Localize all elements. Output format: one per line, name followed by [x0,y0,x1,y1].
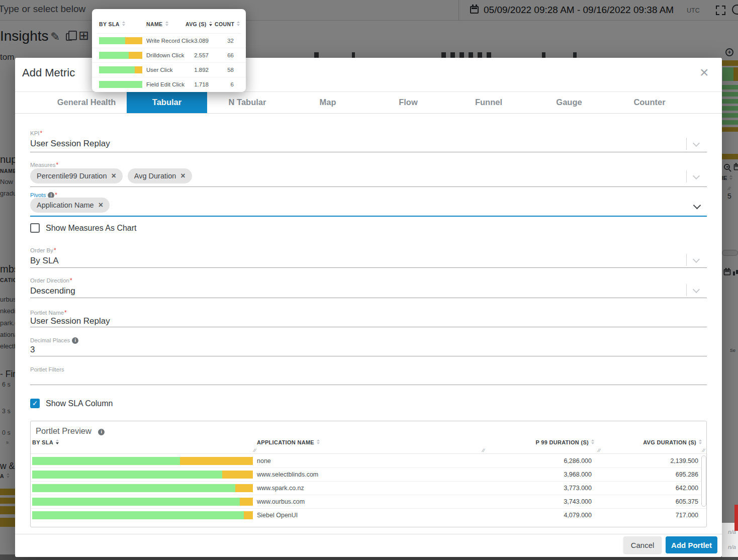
measures-field[interactable]: Measures Percentile99 Duration×Avg Durat… [30,161,707,192]
checkbox-checked[interactable]: ✓ [30,399,40,408]
popup-header-name[interactable]: NAME [146,21,169,27]
sla-bar-yellow [135,66,142,73]
application-name: Siebel OpenUI [257,512,298,519]
bg-red-fragment [734,505,738,531]
divider [15,534,722,534]
sort-icon [237,21,240,26]
sla-bar [32,511,253,519]
field-underline [30,327,707,327]
avg-value: 3.089 [177,38,209,44]
preview-scrollbar[interactable] [701,455,706,507]
portlet-name-field[interactable]: Portlet Name User Session Replay [30,309,707,334]
chevron-down-icon[interactable] [693,172,700,179]
sla-bar [32,471,253,479]
popup-table-body: Write Record Click3.08932Drilldown Click… [92,34,246,92]
decimal-places-value: 3 [30,345,35,355]
checkbox-unchecked[interactable] [30,223,40,233]
chevron-down-icon[interactable] [693,286,700,293]
pivot-chip-label: Application Name [37,201,94,209]
decimal-places-field[interactable]: Decimal Placesi 3 [30,337,707,363]
preview-table-row: www.selectblinds.com3,968.000695.286 [31,468,706,482]
tab-n-tabular[interactable]: N Tabular [207,91,288,113]
sort-icon [209,21,213,26]
tab-flow[interactable]: Flow [368,91,448,113]
count-value: 6 [211,81,234,87]
portlet-name-value: User Session Replay [30,316,110,326]
count-value: 66 [211,52,234,58]
divider [686,138,687,150]
popup-header-avg[interactable]: AVG (S) [186,21,213,27]
close-icon[interactable]: × [700,65,709,80]
order-by-field[interactable]: Order By By SLA [30,247,707,275]
sort-icon [699,439,702,444]
sort-icon [165,21,169,26]
sort-icon [591,439,595,444]
cancel-button[interactable]: Cancel [623,536,662,553]
tab-general-health[interactable]: General Health [46,91,127,113]
sla-bar-yellow [235,484,253,492]
sla-bar-green [99,37,125,44]
p99-duration-value: 6,286.000 [564,457,592,464]
avg-duration-value: 717.000 [676,512,698,519]
chip-remove-icon[interactable]: × [111,171,116,180]
preview-header-avg-duration[interactable]: AVG DURATION (S) [643,439,702,445]
avg-duration-value: 695.286 [676,471,698,478]
chevron-down-icon[interactable] [693,256,700,263]
sla-metrics-popup: BY SLA NAME AVG (S) COUNT Write Record C… [92,9,246,92]
sort-icon [56,439,59,444]
sla-bar-yellow [222,471,253,479]
sla-bar-green [32,498,240,506]
measure-chip[interactable]: Percentile99 Duration× [30,168,123,183]
sla-bar-yellow [240,498,253,506]
sla-bar-green [99,81,142,88]
preview-table-body: none6,286.0002,139.500www.selectblinds.c… [31,454,706,522]
preview-table-row: www.ourbus.com3,743.000605.375 [31,495,706,509]
add-portlet-button[interactable]: Add Portlet [666,536,717,553]
column-resize-handle[interactable]: // [597,448,601,453]
sla-bar-yellow [129,52,142,59]
order-direction-field[interactable]: Order Direction Descending [30,277,707,305]
portlet-filters-field[interactable]: Portlet Filters [30,366,707,392]
sla-bar [32,484,253,492]
add-metric-modal: Add Metric × General HealthTabularN Tabu… [15,58,722,557]
avg-duration-value: 605.375 [676,498,698,505]
column-resize-handle[interactable]: // [481,448,485,453]
kpi-field[interactable]: KPI User Session Replay [30,130,707,160]
measures-label: Measures [30,161,58,168]
chip-remove-icon[interactable]: × [180,171,185,180]
preview-title: Portlet Preview i [36,426,105,436]
chevron-down-icon[interactable] [693,202,701,210]
pivots-field[interactable]: Pivotsi Application Name× [30,192,707,222]
pivot-chip[interactable]: Application Name× [30,198,110,213]
popup-header-count[interactable]: COUNT [215,21,240,27]
decimal-places-label: Decimal Placesi [30,337,78,344]
measure-chip-label: Avg Duration [134,172,176,180]
tab-gauge[interactable]: Gauge [529,91,609,113]
info-icon[interactable]: i [72,337,78,344]
tab-counter[interactable]: Counter [609,91,690,113]
tab-funnel[interactable]: Funnel [448,91,529,113]
chevron-down-icon[interactable] [693,140,700,147]
popup-table-row: User Click1.89258 [92,63,246,77]
sla-bar-green [32,471,222,479]
column-resize-handle[interactable]: // [701,448,705,453]
preview-header-p99-duration[interactable]: P 99 DURATION (S) [535,439,595,445]
preview-header-application-name[interactable]: APPLICATION NAME [257,439,320,445]
order-by-label: Order By [30,247,56,254]
popup-header-by-sla[interactable]: BY SLA [99,21,126,27]
tab-map[interactable]: Map [288,91,368,113]
sort-icon [317,439,320,444]
sort-icon [122,21,126,26]
popup-table-row: Drilldown Click2.55766 [92,48,246,63]
measure-chip[interactable]: Avg Duration× [128,168,192,183]
order-by-value: By SLA [30,256,59,266]
field-underline [30,186,707,187]
check-icon: ✓ [32,399,38,407]
column-resize-handle[interactable]: // [252,448,256,453]
avg-value: 1.718 [177,81,209,87]
info-icon[interactable]: i [98,429,105,435]
chip-remove-icon[interactable]: × [99,201,103,210]
field-underline-focused [30,216,707,217]
preview-header-by-sla[interactable]: BY SLA [32,439,59,445]
tab-tabular[interactable]: Tabular [127,91,207,113]
